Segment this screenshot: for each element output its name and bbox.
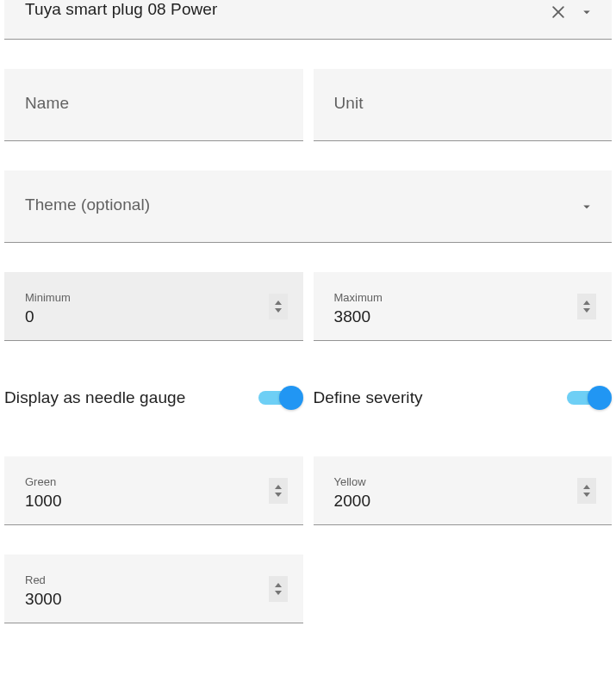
maximum-value: 3800 — [334, 307, 569, 326]
needle-gauge-toggle[interactable] — [258, 386, 303, 410]
unit-placeholder: Unit — [334, 94, 592, 113]
chevron-down-icon[interactable] — [579, 4, 594, 20]
name-placeholder: Name — [25, 94, 283, 113]
unit-field[interactable]: Unit — [314, 69, 613, 141]
red-value: 3000 — [25, 590, 260, 609]
theme-placeholder: Theme (optional) — [25, 195, 591, 214]
yellow-label: Yellow — [334, 475, 569, 488]
green-stepper[interactable] — [269, 478, 288, 504]
minimum-stepper[interactable] — [269, 294, 288, 319]
red-stepper[interactable] — [269, 576, 288, 602]
define-severity-toggle[interactable] — [567, 386, 612, 410]
green-field[interactable]: Green 1000 — [4, 456, 303, 525]
maximum-label: Maximum — [334, 291, 569, 304]
red-field[interactable]: Red 3000 — [4, 555, 303, 623]
red-label: Red — [25, 573, 260, 586]
yellow-stepper[interactable] — [577, 478, 596, 504]
define-severity-label: Define severity — [314, 388, 423, 407]
minimum-value: 0 — [25, 307, 260, 326]
entity-value: Tuya smart plug 08 Power — [25, 0, 591, 19]
green-value: 1000 — [25, 492, 260, 511]
yellow-value: 2000 — [334, 492, 569, 511]
needle-gauge-label: Display as needle gauge — [4, 388, 185, 407]
minimum-label: Minimum — [25, 291, 260, 304]
theme-select[interactable]: Theme (optional) — [4, 170, 612, 243]
name-field[interactable]: Name — [4, 69, 303, 141]
maximum-stepper[interactable] — [577, 294, 596, 319]
minimum-field[interactable]: Minimum 0 — [4, 272, 303, 341]
yellow-field[interactable]: Yellow 2000 — [314, 456, 613, 525]
maximum-field[interactable]: Maximum 3800 — [314, 272, 613, 341]
clear-icon[interactable] — [550, 3, 567, 21]
green-label: Green — [25, 475, 260, 488]
chevron-down-icon[interactable] — [579, 199, 594, 214]
entity-select[interactable]: Tuya smart plug 08 Power — [4, 0, 612, 40]
